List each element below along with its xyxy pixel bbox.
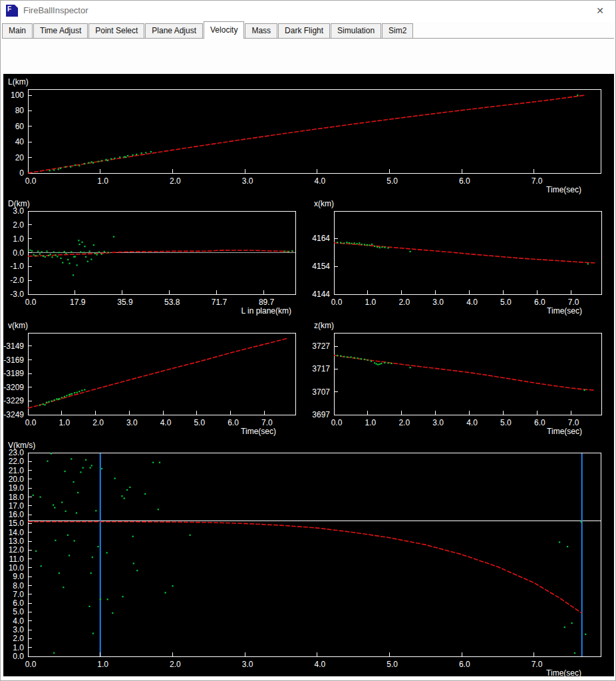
tab-time-adjust[interactable]: Time Adjust [33,23,88,38]
tab-strip: MainTime AdjustPoint SelectPlane AdjustV… [2,22,614,39]
close-button[interactable]: ✕ [589,3,611,18]
plot-panel [3,74,614,676]
tab-mass[interactable]: Mass [245,23,277,38]
titlebar: F FireBallInspector ✕ [1,1,615,21]
app-window: F FireBallInspector ✕ MainTime AdjustPoi… [0,0,616,681]
app-icon-letter: F [7,5,11,13]
tab-plane-adjust[interactable]: Plane Adjust [145,23,203,38]
window-title: FireBallInspector [23,5,88,15]
tab-velocity[interactable]: Velocity [204,21,244,39]
tab-point-select[interactable]: Point Select [88,23,144,38]
tab-simulation[interactable]: Simulation [331,23,381,38]
tab-dark-flight[interactable]: Dark Flight [278,23,330,38]
app-icon: F [6,5,18,17]
tab-main[interactable]: Main [2,23,33,38]
tab-sim2[interactable]: Sim2 [382,23,413,38]
controls-panel: L/T curve order 4 D/L curve order 2 T1 1… [1,39,615,74]
